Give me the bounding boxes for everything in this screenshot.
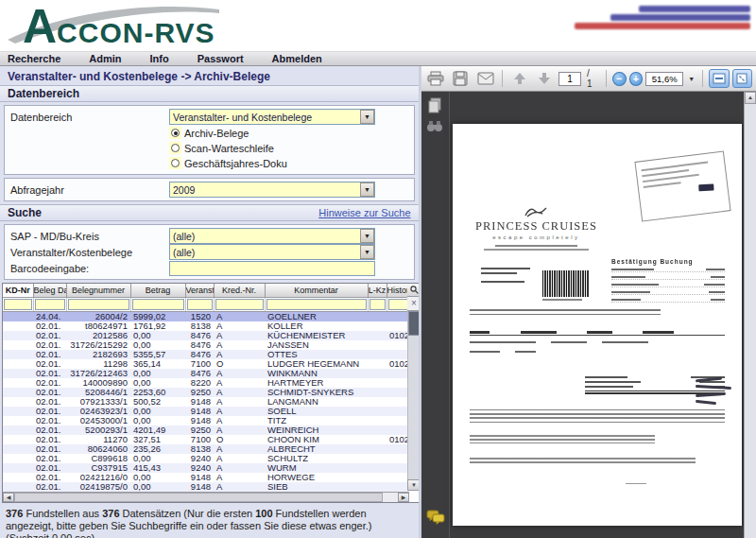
save-icon[interactable]: [450, 68, 472, 89]
chevron-down-icon[interactable]: ▼: [360, 110, 374, 124]
scrollbar-thumb[interactable]: [14, 493, 383, 502]
page-number-input[interactable]: [558, 72, 581, 86]
table-row[interactable]: 02.01.02463923/10,009148ASOELL: [3, 407, 409, 416]
col-header-beleg-dat[interactable]: Beleg Dat.: [33, 284, 66, 297]
scroll-down-icon[interactable]: ▼: [407, 479, 419, 491]
handwritten-note: [696, 373, 733, 408]
col-header-l-kz[interactable]: L-Kz: [368, 284, 387, 297]
table-row[interactable]: 02.01.31726/2124630,008476AWINKMANN: [3, 369, 409, 378]
chevron-down-icon[interactable]: ▼: [360, 229, 374, 243]
hinweise-zur-suche-link[interactable]: Hinweise zur Suche: [318, 207, 410, 218]
col-header-kd-nr[interactable]: KD-Nr: [3, 284, 33, 297]
chevron-down-icon[interactable]: ▼: [360, 182, 374, 197]
email-icon[interactable]: [474, 68, 496, 89]
datenbereich-select[interactable]: Veranstalter- und Kostenbelege ▼: [169, 109, 375, 125]
recipient-address-block: [481, 265, 539, 286]
app-header: ACCON-RVS: [0, 0, 756, 51]
scroll-up-icon[interactable]: ▲: [745, 92, 756, 104]
scroll-right-icon[interactable]: ▶: [398, 493, 409, 502]
document-tagline: escape completely: [475, 234, 597, 240]
next-page-icon[interactable]: [534, 68, 556, 89]
table-row[interactable]: 02.01.C937915415,439240AWURM: [3, 463, 409, 473]
clear-filter-icon[interactable]: ×: [407, 297, 419, 311]
veranstalter-kostenbelege-select[interactable]: (alle) ▼: [169, 244, 375, 260]
fit-page-icon[interactable]: [732, 69, 752, 88]
radio-dot: [171, 144, 180, 152]
table-row[interactable]: 02.01.11270327,517100OCHOON KIM0102: [3, 435, 409, 444]
result-summary: 376 Fundstellen aus 376 Datensätzen (Nur…: [0, 505, 419, 538]
table-row[interactable]: 02.01.21826935355,578476AOTTES: [3, 350, 409, 359]
scroll-left-icon[interactable]: ◀: [3, 493, 14, 502]
accon-rvs-logo: ACCON-RVS: [6, 0, 232, 51]
veranstalter-kostenbelege-label: Veranstalter/Kostenbelege: [10, 247, 169, 258]
menu-item-abmelden[interactable]: Abmelden: [272, 53, 322, 64]
filter-input[interactable]: [388, 299, 408, 310]
table-row[interactable]: 02.01.1400098900,008220AHARTMEYER: [3, 378, 409, 388]
chevron-down-icon[interactable]: ▼: [360, 245, 374, 259]
table-row[interactable]: 24.04.26004/25999,021520AGOELLNER: [3, 311, 409, 321]
print-icon[interactable]: [425, 68, 447, 89]
accounting-stamp: [634, 150, 730, 221]
col-header-betrag[interactable]: Betrag: [130, 284, 185, 297]
comments-icon[interactable]: [425, 510, 446, 525]
table-row[interactable]: 02.01.5208446/12253,609250ASCHMIDT-SNYKE…: [3, 388, 409, 397]
vertical-scrollbar[interactable]: [407, 311, 419, 479]
table-row[interactable]: 02.01.02453000/10,009148ATITZ: [3, 416, 409, 425]
abfragejahr-select[interactable]: 2009 ▼: [169, 182, 375, 198]
horizontal-scrollbar[interactable]: ◀ ▶: [3, 492, 409, 502]
filter-input[interactable]: [215, 299, 264, 310]
pdf-toolbar: / 1 − + ▼: [421, 66, 756, 92]
toolbar-separator: [702, 70, 703, 87]
radio-archiv-belege[interactable]: Archiv-Belege: [169, 126, 375, 140]
user-info-line-2: [610, 14, 750, 21]
document-paragraph: [470, 458, 696, 465]
col-header-history[interactable]: History: [387, 284, 409, 297]
filter-input[interactable]: [132, 299, 184, 310]
col-header-veranst[interactable]: Veranst.: [185, 284, 214, 297]
filter-input[interactable]: [369, 299, 386, 310]
table-row[interactable]: 02.01.t806249711761,928138AKOLLER: [3, 321, 409, 331]
filter-input[interactable]: [187, 299, 213, 310]
zoom-out-icon[interactable]: −: [612, 72, 627, 86]
table-row[interactable]: 02.01.02421216/00,009148AHORWEGE: [3, 473, 409, 482]
filter-input[interactable]: [35, 299, 65, 310]
abfragejahr-label: Abfragejahr: [10, 184, 169, 196]
page-title: Veranstalter- und Kostenbelege -> Archiv…: [0, 66, 419, 85]
fit-width-icon[interactable]: [709, 69, 729, 88]
table-row[interactable]: 02.01.5200293/14201,499250AWEINREICH: [3, 425, 409, 435]
pdf-viewer: / 1 − + ▼: [421, 66, 756, 538]
zoom-level-input[interactable]: [645, 72, 683, 86]
viewer-vertical-scrollbar[interactable]: ▲: [744, 92, 756, 538]
filter-input[interactable]: [68, 299, 129, 310]
sap-md-bu-kreis-label: SAP - MD/Bu-Kreis: [10, 231, 169, 242]
binoculars-search-icon[interactable]: [424, 120, 445, 133]
page-total-label: / 1: [587, 68, 597, 89]
radio-geschaeftsjahres-doku[interactable]: Geschäftsjahres-Doku: [169, 156, 375, 170]
previous-page-icon[interactable]: [508, 68, 530, 89]
document-table-row: [470, 351, 725, 353]
zoom-in-icon[interactable]: +: [629, 72, 644, 86]
table-row[interactable]: 02.01.07921333/1500,529148ALANGMANN: [3, 397, 409, 407]
table-row[interactable]: 02.01.31726/2152920,008476AJANSSEN: [3, 340, 409, 350]
seawitch-icon: [524, 204, 548, 217]
col-header-belegnummer[interactable]: Belegnummer: [66, 284, 130, 297]
col-header-kred-nr[interactable]: Kred.-Nr.: [214, 284, 265, 297]
filter-input[interactable]: [266, 299, 367, 310]
search-icon[interactable]: [407, 284, 419, 297]
filter-row: [3, 297, 409, 311]
table-row[interactable]: 02.01.11298365,147100OLUDGER HEGEMANN010…: [3, 359, 409, 369]
table-row[interactable]: 02.01.20125860,008476AKÜCHENMEISTER0102: [3, 331, 409, 340]
col-header-kommentar[interactable]: Kommentar: [265, 284, 368, 297]
table-row[interactable]: 02.01.80624060235,268138AALBRECHT: [3, 444, 409, 454]
table-row[interactable]: 02.01.02419875/00,009148ASIEB: [3, 482, 409, 492]
radio-scan-warteschleife[interactable]: Scan-Warteschleife: [169, 141, 375, 155]
scrollbar-thumb[interactable]: [408, 311, 419, 336]
zoom-dropdown-icon[interactable]: ▼: [686, 76, 696, 82]
filter-input[interactable]: [4, 299, 32, 310]
table-row[interactable]: 02.01.C8996180,009240ASCHULTZ: [3, 454, 409, 463]
barcode-input[interactable]: [169, 261, 375, 276]
pages-panel-icon[interactable]: [424, 97, 445, 114]
sap-md-bu-kreis-select[interactable]: (alle) ▼: [169, 228, 375, 244]
results-table: KD-Nr Beleg Dat. Belegnummer Betrag Vera…: [2, 283, 419, 503]
radio-dot: [171, 159, 180, 167]
